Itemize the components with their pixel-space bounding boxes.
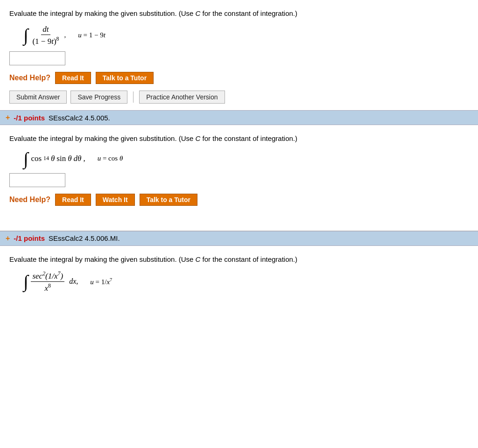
problem-3-dx: dx,	[69, 277, 78, 286]
integral-symbol-1: ∫	[23, 26, 28, 44]
problem-3-substitution: u = 1/x7	[90, 277, 112, 286]
practice-version-button[interactable]: Practice Another Version	[139, 91, 225, 104]
problem-1-substitution: u = 1 − 9t	[78, 31, 105, 39]
problem-1-answer-input[interactable]	[9, 51, 65, 65]
problem-3-code: SEssCalc2 4.5.006.MI.	[49, 234, 120, 242]
fraction-denominator-3: x8	[43, 282, 53, 293]
problem-1-body: Evaluate the integral by making the give…	[0, 0, 478, 110]
fraction-1: dt (1 − 9t)8	[31, 25, 60, 46]
problem-2-body: Evaluate the integral by making the give…	[0, 125, 478, 212]
problem-2-integrand: cos14 θ sin θ dθ,	[31, 154, 85, 163]
problem-2-header-bar: + -/1 points SEssCalc2 4.5.005.	[0, 110, 478, 125]
action-divider	[133, 91, 134, 103]
problem-2-math: ∫ cos14 θ sin θ dθ, u = cos θ	[23, 150, 469, 168]
problem-3-header-bar: + -/1 points SEssCalc2 4.5.006.MI.	[0, 231, 478, 246]
fraction-denominator-1: (1 − 9t)8	[31, 35, 60, 46]
fraction-numerator-3: sec2(1/x7)	[31, 270, 64, 282]
problem-3-plus-icon[interactable]: +	[6, 234, 10, 243]
problem-2-answer-input[interactable]	[9, 173, 65, 187]
problem-1-need-help-row: Need Help? Read It Talk to a Tutor	[9, 72, 469, 84]
fraction-numerator-1: dt	[41, 25, 50, 35]
problem-2-code: SEssCalc2 4.5.005.	[49, 114, 110, 122]
problem-1-comma: ,	[64, 31, 66, 39]
problem-2-talk-tutor-button[interactable]: Talk to a Tutor	[140, 194, 197, 206]
problem-2-substitution: u = cos θ	[98, 154, 123, 162]
problem-3-points: -/1 points	[14, 234, 45, 242]
problem-1-read-it-button[interactable]: Read It	[55, 72, 91, 84]
integral-symbol-2: ∫	[23, 150, 28, 168]
problem-3-body: Evaluate the integral by making the give…	[0, 246, 478, 304]
problem-2-read-it-button[interactable]: Read It	[55, 194, 91, 206]
problem-2-need-help-row: Need Help? Read It Watch It Talk to a Tu…	[9, 194, 469, 206]
problem-3-statement: Evaluate the integral by making the give…	[9, 254, 469, 265]
problem-2-plus-icon[interactable]: +	[6, 113, 10, 122]
spacer-2-3	[0, 212, 478, 231]
problem-1-need-help-label: Need Help?	[9, 74, 50, 82]
fraction-3: sec2(1/x7) x8	[31, 270, 64, 293]
problem-2-watch-it-button[interactable]: Watch It	[96, 194, 135, 206]
save-progress-button[interactable]: Save Progress	[70, 91, 127, 104]
problem-1-action-row: Submit Answer Save Progress Practice Ano…	[9, 91, 469, 104]
integral-symbol-3: ∫	[23, 273, 28, 290]
problem-2-points: -/1 points	[14, 114, 45, 122]
problem-2-statement: Evaluate the integral by making the give…	[9, 133, 469, 144]
problem-1-talk-tutor-button[interactable]: Talk to a Tutor	[96, 72, 154, 84]
problem-1-math: ∫ dt (1 − 9t)8 , u = 1 − 9t	[23, 25, 469, 46]
problem-3-math: ∫ sec2(1/x7) x8 dx, u = 1/x7	[23, 270, 469, 293]
submit-answer-button[interactable]: Submit Answer	[9, 91, 67, 104]
problem-2-need-help-label: Need Help?	[9, 196, 50, 204]
problem-1-statement: Evaluate the integral by making the give…	[9, 8, 469, 19]
